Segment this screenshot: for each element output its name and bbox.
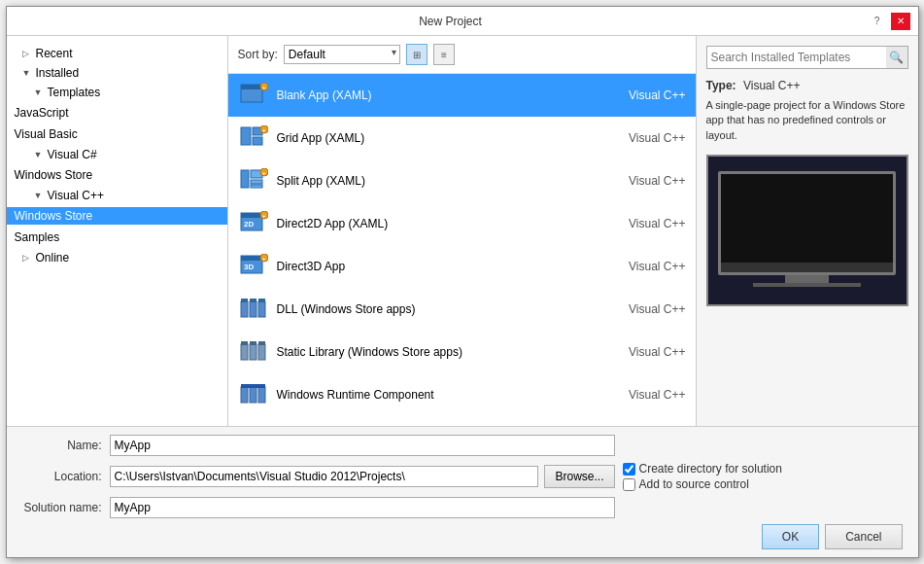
sort-select-wrapper: Default Name Date Type xyxy=(284,45,400,64)
direct3d-type: Visual C++ xyxy=(608,260,686,273)
cancel-button[interactable]: Cancel xyxy=(825,524,902,549)
view-list-button[interactable]: ≡ xyxy=(433,44,455,65)
svg-rect-9 xyxy=(241,170,249,188)
template-item-static-lib[interactable]: Static Library (Windows Store apps) Visu… xyxy=(228,331,696,373)
create-dir-label: Create directory for solution xyxy=(639,462,782,476)
direct2d-type: Visual C++ xyxy=(608,217,686,230)
label-online: Online xyxy=(36,251,70,264)
direct2d-icon: 2D + xyxy=(238,208,269,239)
runtime-name: Windows Runtime Component xyxy=(277,388,608,402)
type-label: Type: Visual C++ xyxy=(706,79,801,92)
arrow-visual-csharp: ▼ xyxy=(34,150,44,159)
svg-rect-34 xyxy=(241,341,248,345)
svg-text:+: + xyxy=(262,127,266,133)
center-panel: Sort by: Default Name Date Type ⊞ ≡ xyxy=(228,36,697,426)
dialog-body: ▷ Recent ▼ Installed ▼ Templates JavaScr… xyxy=(7,36,918,426)
static-lib-type: Visual C++ xyxy=(608,345,686,359)
search-button[interactable]: 🔍 xyxy=(886,47,907,68)
sort-label: Sort by: xyxy=(238,48,278,61)
tree-item-templates[interactable]: ▼ Templates xyxy=(7,83,227,102)
solution-name-label: Solution name: xyxy=(22,501,110,514)
ok-button[interactable]: OK xyxy=(762,524,819,549)
tree-item-visual-basic[interactable]: Visual Basic xyxy=(7,123,227,145)
svg-rect-12 xyxy=(251,185,262,188)
view-grid-button[interactable]: ⊞ xyxy=(406,44,428,65)
label-windows-store-cs: Windows Store xyxy=(7,166,227,184)
svg-rect-21 xyxy=(241,256,262,261)
arrow-templates: ▼ xyxy=(34,88,44,97)
location-label: Location: xyxy=(22,470,110,483)
tree-item-javascript[interactable]: JavaScript xyxy=(7,102,227,123)
location-input[interactable]: C:\Users\Istvan\Documents\Visual Studio … xyxy=(110,466,539,487)
template-item-direct2d[interactable]: 2D + Direct2D App (XAML) Visual C++ xyxy=(228,202,696,245)
svg-rect-35 xyxy=(250,341,257,345)
title-controls: ? ✕ xyxy=(868,13,910,30)
arrow-visual-cpp: ▼ xyxy=(34,191,44,200)
sort-select[interactable]: Default Name Date Type xyxy=(284,45,400,64)
tree-item-windows-store-cs[interactable]: Windows Store xyxy=(7,164,227,186)
tree-item-recent[interactable]: ▷ Recent xyxy=(7,44,227,63)
template-list: + Blank App (XAML) Visual C++ xyxy=(228,74,696,426)
label-installed: Installed xyxy=(36,66,80,80)
svg-rect-16 xyxy=(241,213,262,218)
solution-name-row: Solution name: xyxy=(22,497,903,518)
tree-item-visual-cpp[interactable]: ▼ Visual C++ xyxy=(7,186,227,205)
label-javascript: JavaScript xyxy=(7,104,227,122)
add-source-checkbox[interactable] xyxy=(623,478,635,491)
dll-name: DLL (Windows Store apps) xyxy=(277,302,608,316)
dll-icon xyxy=(238,294,269,325)
type-row: Type: Visual C++ xyxy=(706,79,908,92)
template-item-runtime[interactable]: Windows Runtime Component Visual C++ xyxy=(228,373,696,416)
name-input[interactable] xyxy=(110,435,615,456)
svg-rect-6 xyxy=(253,137,262,145)
right-panel: 🔍 Type: Visual C++ A single-page project… xyxy=(697,36,918,426)
close-button[interactable]: ✕ xyxy=(891,13,910,30)
new-project-dialog: New Project ? ✕ ▷ Recent ▼ Installed ▼ T… xyxy=(6,6,919,558)
bottom-panel: Name: Location: C:\Users\Istvan\Document… xyxy=(7,426,918,557)
label-visual-basic: Visual Basic xyxy=(7,125,227,143)
label-samples: Samples xyxy=(7,229,227,246)
tree-item-windows-store-cpp[interactable]: Windows Store xyxy=(7,205,227,227)
bottom-buttons: OK Cancel xyxy=(22,524,903,549)
svg-rect-11 xyxy=(251,180,262,184)
grid-app-name: Grid App (XAML) xyxy=(277,131,608,145)
arrow-recent: ▷ xyxy=(22,49,32,58)
tree-item-installed[interactable]: ▼ Installed xyxy=(7,63,227,83)
tree-item-samples[interactable]: Samples xyxy=(7,227,227,248)
runtime-icon xyxy=(238,379,269,410)
create-dir-checkbox[interactable] xyxy=(623,463,635,476)
solution-name-input[interactable] xyxy=(110,497,615,518)
sort-bar: Sort by: Default Name Date Type ⊞ ≡ xyxy=(228,36,696,74)
blank-app-icon: + xyxy=(238,80,269,111)
split-app-icon: + xyxy=(238,165,269,196)
label-templates: Templates xyxy=(48,86,101,99)
svg-rect-28 xyxy=(241,299,248,302)
add-source-checkbox-label[interactable]: Add to source control xyxy=(623,477,782,491)
location-row: Location: C:\Users\Istvan\Documents\Visu… xyxy=(22,462,903,491)
svg-rect-37 xyxy=(241,387,248,403)
template-item-grid-app[interactable]: + Grid App (XAML) Visual C++ xyxy=(228,117,696,159)
template-item-direct3d[interactable]: 3D + Direct3D App Visual C++ xyxy=(228,245,696,288)
svg-rect-33 xyxy=(258,344,265,360)
label-visual-cpp: Visual C++ xyxy=(48,189,104,202)
template-item-dll[interactable]: DLL (Windows Store apps) Visual C++ xyxy=(228,288,696,331)
svg-rect-36 xyxy=(258,341,265,345)
svg-text:+: + xyxy=(262,85,266,90)
template-item-blank-app[interactable]: + Blank App (XAML) Visual C++ xyxy=(228,74,696,117)
svg-rect-4 xyxy=(241,127,251,145)
svg-rect-31 xyxy=(241,344,248,360)
help-button[interactable]: ? xyxy=(868,13,887,30)
title-bar: New Project ? ✕ xyxy=(7,7,918,36)
create-dir-checkbox-label[interactable]: Create directory for solution xyxy=(623,462,782,476)
runtime-type: Visual C++ xyxy=(608,388,686,402)
preview-area xyxy=(706,155,908,306)
tree-item-visual-csharp[interactable]: ▼ Visual C# xyxy=(7,145,227,164)
template-item-split-app[interactable]: + Split App (XAML) Visual C++ xyxy=(228,159,696,202)
tree-item-online[interactable]: ▷ Online xyxy=(7,248,227,267)
search-input[interactable] xyxy=(707,48,886,67)
template-item-unit-test[interactable]: Unit Test Library (Windows Store apps) V… xyxy=(228,416,696,426)
direct2d-name: Direct2D App (XAML) xyxy=(277,217,608,230)
svg-rect-1 xyxy=(241,85,262,89)
dialog-title: New Project xyxy=(34,15,868,28)
browse-button[interactable]: Browse... xyxy=(544,465,614,488)
